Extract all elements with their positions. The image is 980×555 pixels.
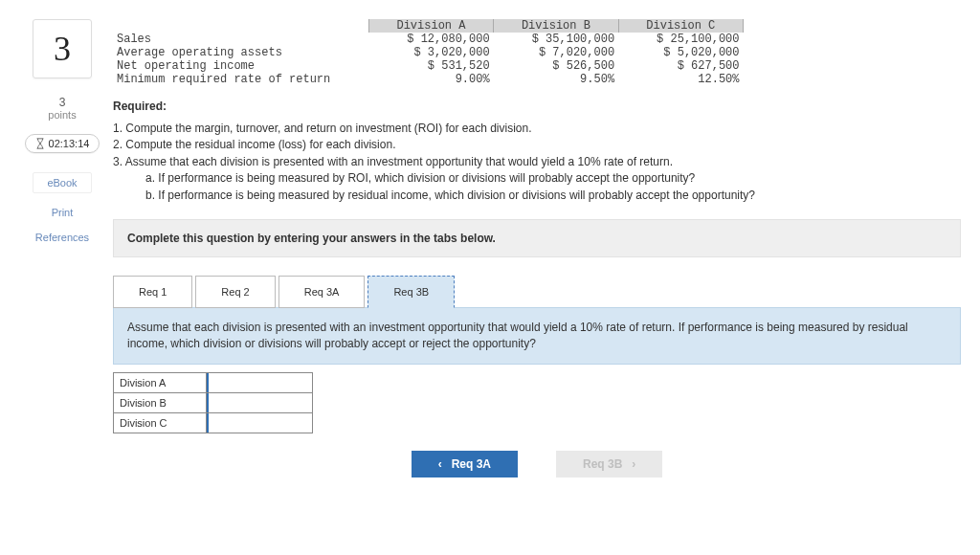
answer-input-c[interactable] (207, 413, 312, 433)
answer-label: Division C (114, 412, 207, 433)
answer-label: Division B (114, 392, 207, 412)
tab-req3a[interactable]: Req 3A (278, 276, 366, 308)
question-number-large: 3 (33, 19, 92, 78)
timer-value: 02:13:14 (49, 138, 90, 149)
required-subitem: b. If performance is being measured by r… (113, 188, 961, 204)
required-item: 1. Compute the margin, turnover, and ret… (113, 121, 961, 137)
answer-table: Division A Division B Division C (113, 372, 313, 433)
data-table: Division A Division B Division C Sales $… (113, 19, 961, 86)
tab-req3b[interactable]: Req 3B (368, 276, 455, 308)
required-subitem: a. If performance is being measured by R… (113, 170, 961, 187)
answer-row: Division A (114, 372, 313, 392)
instruction-bar: Complete this question by entering your … (113, 219, 961, 257)
table-row: Sales $ 12,080,000 $ 35,100,000 $ 25,100… (113, 33, 744, 46)
next-button: Req 3B › (556, 451, 662, 477)
timer-pill: 02:13:14 (25, 134, 100, 153)
chevron-right-icon: › (632, 457, 635, 471)
print-link[interactable]: Print (52, 207, 74, 218)
required-item: 2. Compute the residual income (loss) fo… (113, 137, 961, 153)
tab-req2[interactable]: Req 2 (195, 276, 275, 308)
points-label: points (48, 109, 76, 121)
chevron-left-icon: ‹ (438, 457, 442, 471)
prev-label: Req 3A (452, 457, 491, 471)
required-heading: Required: (113, 100, 961, 113)
prev-button[interactable]: ‹ Req 3A (412, 451, 518, 477)
table-row: Average operating assets $ 3,020,000 $ 7… (113, 46, 744, 59)
tab-row: Req 1 Req 2 Req 3A Req 3B (113, 275, 961, 307)
answer-row: Division C (114, 412, 313, 433)
col-header-c: Division C (618, 19, 743, 33)
tab-panel-prompt: Assume that each division is presented w… (113, 307, 961, 365)
col-header-a: Division A (368, 19, 493, 33)
answer-input-a[interactable] (207, 373, 312, 392)
hourglass-icon (35, 138, 45, 149)
answer-row: Division B (114, 392, 313, 412)
required-list: 1. Compute the margin, turnover, and ret… (113, 121, 961, 204)
next-label: Req 3B (583, 457, 622, 471)
ebook-link[interactable]: eBook (33, 172, 91, 193)
table-row: Minimum required rate of return 9.00% 9.… (113, 73, 744, 86)
answer-label: Division A (114, 372, 207, 392)
col-header-b: Division B (494, 19, 618, 33)
required-item: 3. Assume that each division is presente… (113, 154, 961, 170)
references-link[interactable]: References (35, 232, 89, 243)
answer-input-b[interactable] (207, 393, 312, 412)
table-row: Net operating income $ 531,520 $ 526,500… (113, 59, 744, 73)
question-number-small: 3 (59, 96, 66, 109)
tab-req1[interactable]: Req 1 (113, 276, 192, 308)
